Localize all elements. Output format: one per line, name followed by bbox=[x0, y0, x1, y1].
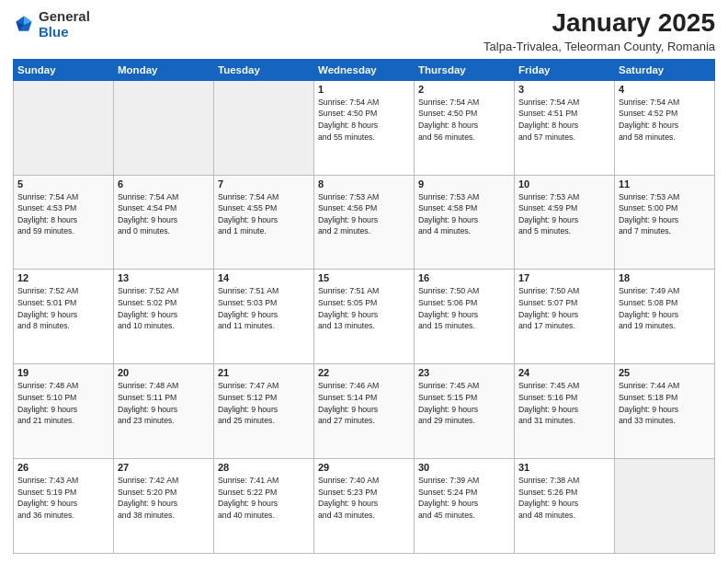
day-number: 5 bbox=[17, 178, 109, 190]
calendar-cell: 14Sunrise: 7:51 AM Sunset: 5:03 PM Dayli… bbox=[214, 270, 314, 364]
day-number: 13 bbox=[118, 272, 210, 283]
day-number: 12 bbox=[17, 272, 109, 283]
day-number: 11 bbox=[619, 178, 711, 190]
day-info: Sunrise: 7:48 AM Sunset: 5:11 PM Dayligh… bbox=[118, 380, 210, 426]
calendar-cell: 12Sunrise: 7:52 AM Sunset: 5:01 PM Dayli… bbox=[14, 270, 114, 364]
logo-general-text: General bbox=[39, 8, 90, 24]
day-info: Sunrise: 7:46 AM Sunset: 5:14 PM Dayligh… bbox=[318, 380, 410, 426]
day-number: 9 bbox=[418, 178, 510, 190]
day-info: Sunrise: 7:53 AM Sunset: 4:59 PM Dayligh… bbox=[518, 191, 610, 237]
day-number: 3 bbox=[518, 84, 610, 95]
day-number: 17 bbox=[518, 272, 610, 283]
day-number: 8 bbox=[318, 178, 410, 190]
week-row-1: 1Sunrise: 7:54 AM Sunset: 4:50 PM Daylig… bbox=[14, 80, 715, 175]
calendar-cell: 31Sunrise: 7:38 AM Sunset: 5:26 PM Dayli… bbox=[515, 459, 615, 554]
day-number: 16 bbox=[418, 272, 510, 283]
calendar-cell: 2Sunrise: 7:54 AM Sunset: 4:50 PM Daylig… bbox=[415, 80, 515, 175]
calendar-cell: 24Sunrise: 7:45 AM Sunset: 5:16 PM Dayli… bbox=[515, 364, 615, 459]
calendar-cell: 20Sunrise: 7:48 AM Sunset: 5:11 PM Dayli… bbox=[114, 364, 214, 459]
weekday-header-row: SundayMondayTuesdayWednesdayThursdayFrid… bbox=[14, 59, 715, 80]
calendar-cell: 29Sunrise: 7:40 AM Sunset: 5:23 PM Dayli… bbox=[314, 459, 415, 554]
day-number: 25 bbox=[619, 367, 711, 378]
calendar-cell: 1Sunrise: 7:54 AM Sunset: 4:50 PM Daylig… bbox=[314, 80, 415, 175]
weekday-header-tuesday: Tuesday bbox=[214, 59, 314, 80]
day-number: 2 bbox=[418, 84, 510, 95]
day-info: Sunrise: 7:49 AM Sunset: 5:08 PM Dayligh… bbox=[619, 285, 711, 331]
calendar-cell: 27Sunrise: 7:42 AM Sunset: 5:20 PM Dayli… bbox=[114, 459, 214, 554]
day-info: Sunrise: 7:50 AM Sunset: 5:06 PM Dayligh… bbox=[418, 285, 510, 331]
calendar-cell: 4Sunrise: 7:54 AM Sunset: 4:52 PM Daylig… bbox=[615, 80, 715, 175]
day-info: Sunrise: 7:54 AM Sunset: 4:53 PM Dayligh… bbox=[17, 191, 109, 237]
calendar-cell bbox=[615, 459, 715, 554]
day-info: Sunrise: 7:54 AM Sunset: 4:50 PM Dayligh… bbox=[418, 97, 510, 143]
calendar-cell: 3Sunrise: 7:54 AM Sunset: 4:51 PM Daylig… bbox=[515, 80, 615, 175]
day-number: 26 bbox=[17, 462, 109, 473]
week-row-3: 12Sunrise: 7:52 AM Sunset: 5:01 PM Dayli… bbox=[14, 270, 715, 364]
calendar-cell: 9Sunrise: 7:53 AM Sunset: 4:58 PM Daylig… bbox=[415, 175, 515, 270]
day-number: 23 bbox=[418, 367, 510, 378]
calendar-cell: 10Sunrise: 7:53 AM Sunset: 4:59 PM Dayli… bbox=[515, 175, 615, 270]
day-number: 10 bbox=[518, 178, 610, 190]
header: General Blue January 2025 Talpa-Trivalea… bbox=[13, 9, 715, 53]
weekday-header-saturday: Saturday bbox=[615, 59, 715, 80]
calendar-location: Talpa-Trivalea, Teleorman County, Romani… bbox=[483, 40, 715, 53]
page: General Blue January 2025 Talpa-Trivalea… bbox=[0, 0, 728, 563]
calendar-cell: 18Sunrise: 7:49 AM Sunset: 5:08 PM Dayli… bbox=[615, 270, 715, 364]
calendar-cell: 19Sunrise: 7:48 AM Sunset: 5:10 PM Dayli… bbox=[14, 364, 114, 459]
logo: General Blue bbox=[13, 9, 90, 40]
day-info: Sunrise: 7:40 AM Sunset: 5:23 PM Dayligh… bbox=[318, 475, 410, 521]
calendar-cell: 22Sunrise: 7:46 AM Sunset: 5:14 PM Dayli… bbox=[314, 364, 415, 459]
day-number: 15 bbox=[318, 272, 410, 283]
logo-icon bbox=[13, 14, 35, 36]
calendar-cell: 13Sunrise: 7:52 AM Sunset: 5:02 PM Dayli… bbox=[114, 270, 214, 364]
weekday-header-monday: Monday bbox=[114, 59, 214, 80]
weekday-header-friday: Friday bbox=[515, 59, 615, 80]
calendar-cell: 7Sunrise: 7:54 AM Sunset: 4:55 PM Daylig… bbox=[214, 175, 314, 270]
day-number: 18 bbox=[619, 272, 711, 283]
day-info: Sunrise: 7:51 AM Sunset: 5:05 PM Dayligh… bbox=[318, 285, 410, 331]
day-info: Sunrise: 7:54 AM Sunset: 4:51 PM Dayligh… bbox=[518, 97, 610, 143]
calendar-cell: 21Sunrise: 7:47 AM Sunset: 5:12 PM Dayli… bbox=[214, 364, 314, 459]
day-info: Sunrise: 7:44 AM Sunset: 5:18 PM Dayligh… bbox=[619, 380, 711, 426]
day-info: Sunrise: 7:53 AM Sunset: 5:00 PM Dayligh… bbox=[619, 191, 711, 237]
day-info: Sunrise: 7:45 AM Sunset: 5:15 PM Dayligh… bbox=[418, 380, 510, 426]
day-number: 14 bbox=[218, 272, 310, 283]
day-number: 29 bbox=[318, 462, 410, 473]
weekday-header-sunday: Sunday bbox=[14, 59, 114, 80]
calendar-cell bbox=[14, 80, 114, 175]
day-number: 4 bbox=[619, 84, 711, 95]
day-number: 30 bbox=[418, 462, 510, 473]
day-number: 21 bbox=[218, 367, 310, 378]
calendar-cell bbox=[214, 80, 314, 175]
day-info: Sunrise: 7:43 AM Sunset: 5:19 PM Dayligh… bbox=[17, 475, 109, 521]
calendar-cell: 25Sunrise: 7:44 AM Sunset: 5:18 PM Dayli… bbox=[615, 364, 715, 459]
day-number: 22 bbox=[318, 367, 410, 378]
day-number: 31 bbox=[518, 462, 610, 473]
calendar-cell: 30Sunrise: 7:39 AM Sunset: 5:24 PM Dayli… bbox=[415, 459, 515, 554]
day-number: 1 bbox=[318, 84, 410, 95]
week-row-2: 5Sunrise: 7:54 AM Sunset: 4:53 PM Daylig… bbox=[14, 175, 715, 270]
calendar-cell: 6Sunrise: 7:54 AM Sunset: 4:54 PM Daylig… bbox=[114, 175, 214, 270]
calendar-cell: 17Sunrise: 7:50 AM Sunset: 5:07 PM Dayli… bbox=[515, 270, 615, 364]
day-info: Sunrise: 7:45 AM Sunset: 5:16 PM Dayligh… bbox=[518, 380, 610, 426]
day-info: Sunrise: 7:54 AM Sunset: 4:54 PM Dayligh… bbox=[118, 191, 210, 237]
day-info: Sunrise: 7:50 AM Sunset: 5:07 PM Dayligh… bbox=[518, 285, 610, 331]
calendar-cell: 11Sunrise: 7:53 AM Sunset: 5:00 PM Dayli… bbox=[615, 175, 715, 270]
title-block: January 2025 Talpa-Trivalea, Teleorman C… bbox=[483, 9, 715, 53]
day-info: Sunrise: 7:47 AM Sunset: 5:12 PM Dayligh… bbox=[218, 380, 310, 426]
calendar-title: January 2025 bbox=[483, 9, 715, 38]
calendar-cell bbox=[114, 80, 214, 175]
week-row-4: 19Sunrise: 7:48 AM Sunset: 5:10 PM Dayli… bbox=[14, 364, 715, 459]
day-info: Sunrise: 7:51 AM Sunset: 5:03 PM Dayligh… bbox=[218, 285, 310, 331]
calendar-cell: 15Sunrise: 7:51 AM Sunset: 5:05 PM Dayli… bbox=[314, 270, 415, 364]
week-row-5: 26Sunrise: 7:43 AM Sunset: 5:19 PM Dayli… bbox=[14, 459, 715, 554]
day-number: 24 bbox=[518, 367, 610, 378]
calendar-table: SundayMondayTuesdayWednesdayThursdayFrid… bbox=[13, 59, 715, 554]
day-number: 27 bbox=[118, 462, 210, 473]
day-number: 28 bbox=[218, 462, 310, 473]
calendar-cell: 23Sunrise: 7:45 AM Sunset: 5:15 PM Dayli… bbox=[415, 364, 515, 459]
day-info: Sunrise: 7:39 AM Sunset: 5:24 PM Dayligh… bbox=[418, 475, 510, 521]
day-info: Sunrise: 7:48 AM Sunset: 5:10 PM Dayligh… bbox=[17, 380, 109, 426]
day-number: 7 bbox=[218, 178, 310, 190]
calendar-cell: 16Sunrise: 7:50 AM Sunset: 5:06 PM Dayli… bbox=[415, 270, 515, 364]
